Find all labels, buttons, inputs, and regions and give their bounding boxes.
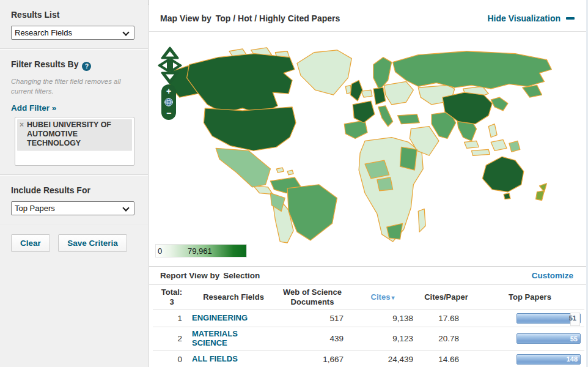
top-papers-bar-cell: 55 bbox=[476, 333, 584, 344]
table-row: 1 ENGINEERING 517 9,138 17.68 51 bbox=[153, 309, 584, 327]
table-row: 0 ALL FIELDS 1,667 24,439 14.66 148 bbox=[153, 350, 584, 367]
row-rank: 1 bbox=[153, 314, 191, 323]
customize-link[interactable]: Customize bbox=[532, 271, 573, 280]
col-wos-documents: Web of Science Documents bbox=[276, 287, 348, 306]
report-view-by-value: Selection bbox=[223, 271, 260, 280]
row-docs: 439 bbox=[276, 334, 348, 343]
filter-heading: Filter Results By? bbox=[11, 59, 137, 71]
include-results-heading: Include Results For bbox=[11, 185, 137, 195]
main-content: Map View by Top / Hot / Highly Cited Pap… bbox=[149, 0, 588, 367]
globe-reset-icon[interactable] bbox=[164, 97, 174, 107]
sidebar: Results List Research Fields Filter Resu… bbox=[0, 0, 149, 367]
row-cites-per-paper: 20.78 bbox=[417, 334, 476, 343]
col-cites-per-paper: Cites/Paper bbox=[417, 292, 476, 302]
map-view-by-label: Map View by bbox=[160, 13, 211, 23]
row-rank: 2 bbox=[153, 334, 191, 343]
hide-visualization-link[interactable]: Hide Visualization bbox=[487, 13, 575, 23]
map-legend-gradient: 0 79,961 bbox=[155, 244, 247, 258]
row-docs: 517 bbox=[276, 314, 348, 323]
col-top-papers: Top Papers bbox=[476, 292, 584, 302]
zoom-out-button[interactable]: − bbox=[166, 109, 171, 117]
table-row: 2 MATERIALS SCIENCE 439 9,123 20.78 55 bbox=[153, 327, 584, 350]
sort-desc-icon: ▾ bbox=[391, 294, 394, 301]
table-header-row: Total: 3 Research Fields Web of Science … bbox=[153, 285, 584, 309]
zoom-in-button[interactable]: + bbox=[166, 87, 171, 95]
report-view-header: Report View by Selection Customize bbox=[149, 266, 588, 285]
total-header: Total: 3 bbox=[153, 287, 191, 306]
map-pan-control[interactable] bbox=[158, 46, 182, 84]
field-link[interactable]: MATERIALS SCIENCE bbox=[191, 327, 259, 350]
col-cites-sort[interactable]: Cites▾ bbox=[348, 292, 417, 302]
filter-list-box: × HUBEI UNIVERSITY OF AUTOMOTIVE TECHNOL… bbox=[15, 117, 134, 166]
top-papers-value: 148 bbox=[567, 355, 578, 363]
legend-min-value: 0 bbox=[158, 247, 162, 256]
filter-section: Filter Results By? Changing the filter f… bbox=[0, 50, 148, 174]
map-view-header: Map View by Top / Hot / Highly Cited Pap… bbox=[149, 5, 588, 32]
map-view-title: Map View by Top / Hot / Highly Cited Pap… bbox=[160, 13, 340, 23]
top-papers-bar-cell: 148 bbox=[476, 354, 584, 365]
row-rank: 0 bbox=[153, 355, 191, 364]
remove-filter-icon[interactable]: × bbox=[20, 120, 24, 147]
top-papers-value: 55 bbox=[570, 335, 578, 343]
top-papers-bar: 148 bbox=[516, 354, 581, 365]
legend-max-value: 79,961 bbox=[188, 247, 212, 256]
results-list-select-wrap: Research Fields bbox=[11, 26, 134, 40]
add-filter-link[interactable]: Add Filter » bbox=[11, 103, 56, 113]
filter-note: Changing the filter field removes all cu… bbox=[11, 77, 128, 96]
sidebar-buttons-section: Clear Save Criteria bbox=[0, 225, 148, 261]
results-list-select[interactable]: Research Fields bbox=[12, 26, 134, 39]
report-view-title: Report View by Selection bbox=[160, 271, 260, 280]
map-area: + − 0 79,961 bbox=[149, 32, 588, 266]
map-zoom-control: + − bbox=[161, 84, 176, 120]
esi-page: Results List Research Fields Filter Resu… bbox=[0, 0, 588, 367]
save-criteria-button[interactable]: Save Criteria bbox=[58, 234, 127, 252]
report-view-by-label: Report View by bbox=[160, 271, 219, 280]
include-results-select-wrap: Top Papers bbox=[11, 201, 134, 215]
col-research-fields: Research Fields bbox=[191, 292, 276, 302]
top-papers-value: 51 bbox=[569, 314, 576, 322]
filter-chip-label: HUBEI UNIVERSITY OF AUTOMOTIVE TECHNOLOG… bbox=[27, 120, 128, 147]
top-papers-bar-cell: 51 bbox=[476, 313, 584, 324]
include-results-section: Include Results For Top Papers bbox=[0, 176, 148, 224]
row-cites-per-paper: 14.66 bbox=[417, 355, 476, 364]
filter-chip: × HUBEI UNIVERSITY OF AUTOMOTIVE TECHNOL… bbox=[17, 119, 132, 150]
include-results-select[interactable]: Top Papers bbox=[12, 202, 134, 215]
field-link[interactable]: ENGINEERING bbox=[191, 311, 276, 325]
results-list-section: Results List Research Fields bbox=[0, 0, 148, 48]
top-papers-bar: 55 bbox=[516, 333, 581, 344]
results-list-heading: Results List bbox=[11, 10, 137, 20]
help-icon[interactable]: ? bbox=[82, 62, 91, 71]
row-cites: 24,439 bbox=[348, 355, 417, 364]
row-cites: 9,123 bbox=[348, 334, 417, 343]
row-cites-per-paper: 17.68 bbox=[417, 314, 476, 323]
row-cites: 9,138 bbox=[348, 314, 417, 323]
world-choropleth-map[interactable] bbox=[152, 34, 583, 243]
top-papers-bar: 51 bbox=[516, 313, 581, 324]
row-docs: 1,667 bbox=[276, 355, 348, 364]
field-link[interactable]: ALL FIELDS bbox=[191, 352, 276, 366]
results-table: Total: 3 Research Fields Web of Science … bbox=[149, 285, 588, 367]
clear-button[interactable]: Clear bbox=[11, 234, 50, 252]
map-view-by-value: Top / Hot / Highly Cited Papers bbox=[216, 13, 340, 23]
minus-icon bbox=[566, 17, 575, 20]
